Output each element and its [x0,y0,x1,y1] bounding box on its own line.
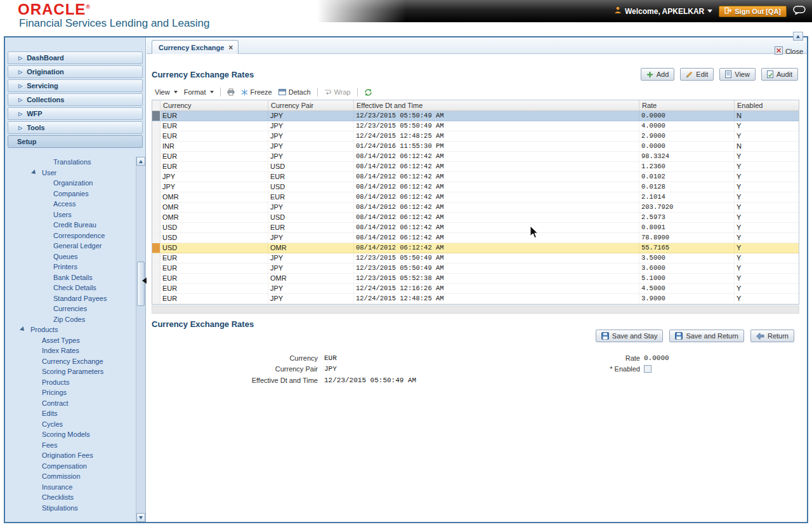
table-row[interactable]: EURJPY12/23/2015 05:50:49 AM4.0000Y [152,121,799,131]
table-row[interactable]: INRJPY01/24/2016 11:55:30 PM0.0000N [152,142,799,152]
tree-item-general-ledger[interactable]: General Ledger [53,241,136,251]
tree-item-bank-details[interactable]: Bank Details [53,272,136,283]
page-scroll-up-button[interactable] [793,32,803,41]
table-row[interactable]: EURJPY08/14/2012 06:12:42 AM98.3324Y [152,152,799,162]
sidebar-item-setup[interactable]: Setup [8,135,143,148]
header-enabled[interactable]: Enabled [735,100,799,110]
table-row[interactable]: JPYUSD08/14/2012 06:12:42 AM0.0128Y [152,182,799,192]
tab-close-icon[interactable]: × [228,43,233,52]
tree-item-insurance[interactable]: Insurance [42,482,136,493]
table-row[interactable]: JPYEUR08/14/2012 06:12:42 AM0.0102Y [152,172,799,182]
table-row[interactable]: EURJPY12/23/2015 05:50:49 AM0.0000N [152,111,799,121]
tree-item-organization[interactable]: Organization [53,178,136,189]
sidebar-accordion: ▷DashBoard▷Origination▷Servicing▷Collect… [5,37,145,148]
tree-item-origination-fees[interactable]: Origination Fees [42,450,136,461]
cell-datetime: 12/23/2015 05:50:49 AM [354,264,639,273]
toolbar-format-menu[interactable]: Format [181,88,217,96]
tree-item-companies[interactable]: Companies [53,189,136,199]
tree-item-standard-payees[interactable]: Standard Payees [53,293,136,304]
save-and-stay-button[interactable]: Save and Stay [596,330,664,342]
cell-currency-pair: JPY [268,111,354,121]
sidebar-item-origination[interactable]: ▷Origination [8,65,143,78]
tree-item-zip-codes[interactable]: Zip Codes [53,314,136,325]
header-currency-pair[interactable]: Currency Pair [268,100,354,110]
tree-item-scoring-parameters[interactable]: Scoring Parameters [42,366,136,377]
sidebar-item-servicing[interactable]: ▷Servicing [8,79,143,92]
tree-item-products[interactable]: Products [42,377,136,388]
cell-rate: 0.0000 [639,111,735,121]
sidebar-scrollbar[interactable] [136,157,145,522]
table-row[interactable]: EURJPY12/23/2015 05:50:49 AM3.5000Y [152,253,799,264]
header-rate[interactable]: Rate [639,100,735,110]
cell-enabled: Y [735,294,799,304]
tree-item-printers[interactable]: Printers [53,262,136,272]
cell-rate: 0.0102 [639,172,735,182]
scroll-up-button[interactable] [136,157,145,166]
sign-out-button[interactable]: Sign Out [QA] [719,6,787,17]
tree-item-commission[interactable]: Commission [42,471,136,482]
tree-item-cycles[interactable]: Cycles [42,419,136,430]
print-button[interactable] [224,88,238,96]
table-row[interactable]: EURJPY12/24/2015 12:16:26 AM4.5000Y [152,284,799,294]
wrap-button[interactable]: Wrap [321,88,354,96]
freeze-button[interactable]: Freeze [238,88,275,96]
table-row[interactable]: EURUSD08/14/2012 06:12:42 AM1.2360Y [152,162,799,172]
tree-item-checklists[interactable]: Checklists [42,492,136,503]
tree-item-stipulations[interactable]: Stipulations [42,503,136,514]
tree-item-currency-exchange[interactable]: Currency Exchange [42,356,136,367]
edit-button[interactable]: Edit [680,68,714,81]
chat-icon[interactable] [793,6,806,17]
tree-item-correspondence[interactable]: Correspondence [53,230,136,241]
tree-item-index-rates[interactable]: Index Rates [42,345,136,356]
refresh-rates-button[interactable] [361,88,376,97]
tree-item-check-details[interactable]: Check Details [53,283,136,293]
tree-item-queues[interactable]: Queues [53,251,136,262]
sidebar-item-wfp[interactable]: ▷WFP [8,107,143,120]
table-row[interactable]: USDJPY08/14/2012 06:12:42 AM78.8900Y [152,233,799,243]
tree-item-users[interactable]: Users [53,210,136,220]
table-row[interactable]: EUROMR12/23/2015 05:52:38 AM5.1000Y [152,274,799,284]
tree-item-credit-bureau[interactable]: Credit Bureau [53,220,136,230]
add-button[interactable]: Add [641,68,675,81]
sidebar-item-collections[interactable]: ▷Collections [8,93,143,106]
tree-item-user[interactable]: User [32,168,136,178]
save-and-return-button[interactable]: Save and Return [669,330,744,342]
enabled-checkbox[interactable] [644,365,652,373]
sidebar-item-tools[interactable]: ▷Tools [8,121,143,134]
header-datetime[interactable]: Effective Dt and Time [354,100,639,110]
tree-item-currencies[interactable]: Currencies [53,304,136,314]
sidebar-item-dashboard[interactable]: ▷DashBoard [8,51,143,64]
tree-item-fees[interactable]: Fees [42,440,136,451]
table-row[interactable]: OMREUR08/14/2012 06:12:42 AM2.1014Y [152,192,799,203]
table-row[interactable]: EURJPY12/24/2015 12:48:25 AM3.9000Y [152,294,799,304]
cell-rate: 2.9000 [639,131,735,141]
tree-item-compensation[interactable]: Compensation [42,461,136,472]
header-currency[interactable]: Currency [160,100,268,110]
tree-item-products[interactable]: Products [20,324,136,335]
audit-button[interactable]: Audit [761,68,798,81]
tree-item-asset-types[interactable]: Asset Types [42,335,136,346]
table-row[interactable]: USDEUR08/14/2012 06:12:42 AM0.8091Y [152,223,799,233]
detach-button[interactable]: Detach [275,88,314,96]
return-button[interactable]: Return [750,330,794,342]
table-row[interactable]: EURJPY12/24/2015 12:48:25 AM2.9000Y [152,131,799,142]
sidebar-collapse-handle[interactable] [142,274,148,288]
table-row[interactable]: EURJPY12/23/2015 05:50:49 AM3.6000Y [152,264,799,274]
cell-rate: 0.0128 [639,182,735,192]
tree-item-scoring-models[interactable]: Scoring Models [42,429,136,440]
tree-item-access[interactable]: Access [53,199,136,210]
table-row[interactable]: USDOMR08/14/2012 06:12:42 AM55.7165Y [152,243,799,253]
table-row[interactable]: OMRJPY08/14/2012 06:12:42 AM203.7920Y [152,203,799,213]
table-row[interactable]: OMRUSD08/14/2012 06:12:42 AM2.5973Y [152,213,799,223]
tree-item-pricings[interactable]: Pricings [42,387,136,398]
view-button[interactable]: View [719,68,756,81]
user-menu[interactable]: Welcome, APKELKAR [614,6,712,16]
tree-item-contract[interactable]: Contract [42,398,136,409]
tab-currency-exchange[interactable]: Currency Exchange × [152,40,239,54]
toolbar-view-menu[interactable]: View [152,88,181,96]
cell-currency-pair: JPY [268,131,354,141]
tree-item-edits[interactable]: Edits [42,408,136,419]
tree-item-translations[interactable]: Translations [53,157,136,168]
scroll-down-button[interactable] [136,513,145,522]
grid-horizontal-scrollbar[interactable] [152,305,799,314]
